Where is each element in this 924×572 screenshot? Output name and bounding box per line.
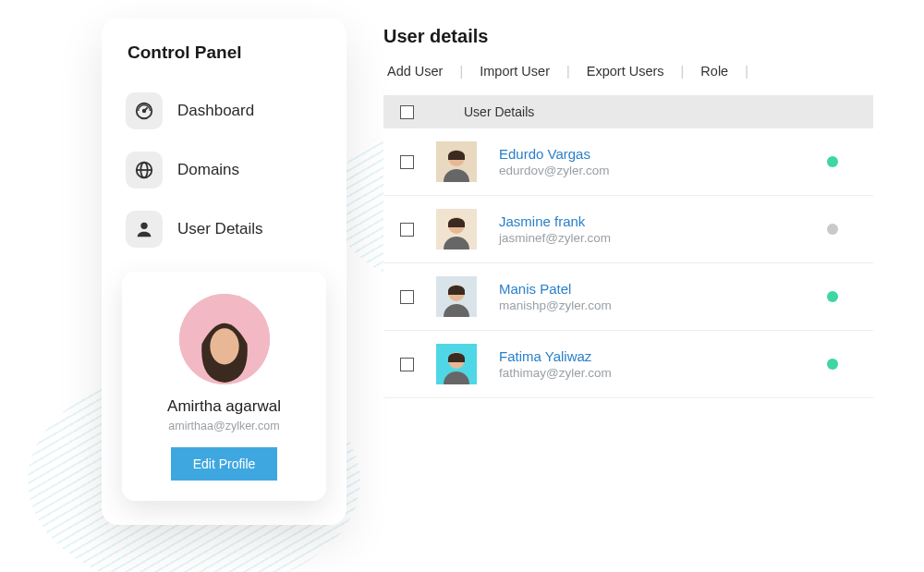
action-import-user[interactable]: Import User [476, 64, 553, 79]
action-export-users[interactable]: Export Users [583, 64, 668, 79]
sidebar-item-label: Domains [177, 161, 239, 179]
action-bar: Add User | Import User | Export Users | … [383, 64, 873, 79]
row-info: Manis Patelmanishp@zyler.com [499, 281, 805, 312]
row-info: Jasmine frankjasminef@zyler.com [499, 213, 805, 245]
user-name[interactable]: Edurdo Vargas [499, 146, 805, 162]
avatar [436, 344, 477, 384]
user-email: edurdov@zyler.com [499, 164, 805, 177]
profile-name: Amirtha agarwal [135, 397, 313, 416]
action-role[interactable]: Role [697, 64, 732, 79]
globe-icon [126, 152, 163, 189]
main-panel: User details Add User | Import User | Ex… [383, 26, 873, 398]
profile-email: amirthaa@zylker.com [135, 420, 313, 432]
sidebar-title: Control Panel [122, 43, 326, 63]
row-checkbox[interactable] [400, 290, 414, 304]
row-info: Edurdo Vargasedurdov@zyler.com [499, 146, 805, 177]
profile-card: Amirtha agarwal amirthaa@zylker.com Edit… [122, 272, 326, 501]
table-row: Jasmine frankjasminef@zyler.com [383, 196, 873, 263]
svg-point-1 [143, 110, 146, 113]
table-row: Manis Patelmanishp@zyler.com [383, 263, 873, 331]
page-title: User details [383, 26, 873, 47]
row-checkbox[interactable] [400, 358, 414, 371]
user-email: jasminef@zyler.com [499, 231, 805, 245]
separator: | [459, 64, 463, 79]
separator: | [745, 64, 748, 79]
separator: | [681, 64, 685, 79]
user-name[interactable]: Jasmine frank [499, 213, 805, 229]
user-name[interactable]: Manis Patel [499, 281, 805, 297]
table-header-label: User Details [464, 104, 534, 119]
user-name[interactable]: Fatima Yaliwaz [499, 348, 805, 364]
row-checkbox[interactable] [400, 223, 414, 237]
row-info: Fatima Yaliwazfathimay@zyler.com [499, 348, 805, 380]
table-header: User Details [383, 95, 873, 128]
status-indicator [827, 291, 838, 302]
avatar [436, 276, 477, 317]
user-table: User Details Edurdo Vargasedurdov@zyler.… [383, 95, 873, 398]
status-indicator [827, 224, 838, 235]
table-row: Fatima Yaliwazfathimay@zyler.com [383, 331, 873, 398]
sidebar-item-dashboard[interactable]: Dashboard [122, 85, 326, 137]
avatar [436, 209, 477, 249]
sidebar-item-label: User Details [177, 220, 263, 238]
gauge-icon [126, 92, 163, 129]
svg-point-4 [140, 223, 147, 229]
avatar [179, 294, 270, 384]
sidebar-item-label: Dashboard [177, 102, 254, 120]
user-icon [126, 211, 163, 248]
status-indicator [827, 156, 838, 167]
row-checkbox[interactable] [400, 155, 414, 169]
edit-profile-button[interactable]: Edit Profile [171, 447, 278, 481]
select-all-checkbox[interactable] [400, 105, 414, 119]
avatar [436, 141, 477, 182]
sidebar: Control Panel Dashboard Domains [102, 18, 346, 525]
sidebar-item-domains[interactable]: Domains [122, 144, 326, 196]
user-email: fathimay@zyler.com [499, 366, 805, 380]
separator: | [566, 64, 570, 79]
user-email: manishp@zyler.com [499, 298, 805, 312]
svg-point-7 [210, 328, 238, 364]
table-row: Edurdo Vargasedurdov@zyler.com [383, 128, 873, 196]
sidebar-item-user-details[interactable]: User Details [122, 203, 326, 255]
action-add-user[interactable]: Add User [383, 64, 446, 79]
status-indicator [827, 359, 838, 370]
